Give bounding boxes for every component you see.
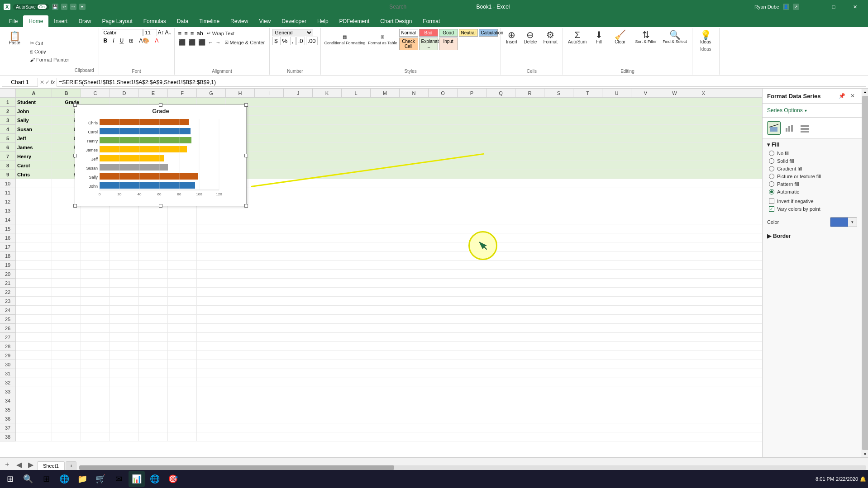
close-button[interactable]: ✕: [846, 0, 864, 14]
increase-font-icon[interactable]: A↑: [158, 29, 164, 36]
cell-e23[interactable]: [139, 297, 168, 305]
cell-b23[interactable]: [52, 297, 81, 305]
cell-d18[interactable]: [110, 251, 139, 260]
cell-d24[interactable]: [110, 306, 139, 314]
row-header-18[interactable]: 18: [0, 251, 16, 261]
col-header-q[interactable]: Q: [486, 89, 515, 97]
cell-c27[interactable]: [81, 333, 110, 341]
cell-b16[interactable]: [52, 233, 81, 242]
col-header-c[interactable]: C: [81, 89, 110, 97]
row-header-10[interactable]: 10: [0, 179, 16, 188]
row-header-11[interactable]: 11: [0, 188, 16, 197]
cell-c15[interactable]: [81, 224, 110, 233]
col-header-g[interactable]: G: [197, 89, 226, 97]
cell-e35[interactable]: [139, 405, 168, 414]
cell-b32[interactable]: [52, 378, 81, 387]
row-header-34[interactable]: 34: [0, 396, 16, 405]
cell-e17[interactable]: [139, 242, 168, 251]
border-button[interactable]: ⊞: [127, 37, 135, 45]
share-icon[interactable]: ↗: [793, 4, 799, 10]
cell-d33[interactable]: [110, 387, 139, 396]
cell-d19[interactable]: [110, 261, 139, 269]
tab-page-layout[interactable]: Page Layout: [96, 15, 138, 27]
cell-c38[interactable]: [81, 432, 110, 441]
row-header-15[interactable]: 15: [0, 224, 16, 233]
cell-e16[interactable]: [139, 233, 168, 242]
cell-f32[interactable]: [168, 378, 197, 387]
font-size-input[interactable]: [143, 29, 157, 36]
cell-e26[interactable]: [139, 324, 168, 332]
scroll-up-button[interactable]: ▲: [862, 89, 868, 95]
panel-close-icon[interactable]: ✕: [848, 91, 857, 100]
cell-a4[interactable]: Susan: [16, 125, 52, 133]
row-header-14[interactable]: 14: [0, 215, 16, 224]
font-name-input[interactable]: [102, 29, 143, 36]
underline-button[interactable]: U: [118, 37, 126, 45]
chart-handle-mr[interactable]: [244, 154, 248, 157]
cell-b36[interactable]: [52, 414, 81, 423]
cell-a14[interactable]: [16, 215, 52, 224]
cell-a3[interactable]: Sally: [16, 116, 52, 124]
paste-button[interactable]: 📋 Paste: [5, 30, 24, 47]
cell-e18[interactable]: [139, 251, 168, 260]
tab-view[interactable]: View: [253, 15, 276, 27]
cell-f17[interactable]: [168, 242, 197, 251]
bold-button[interactable]: B: [102, 37, 110, 45]
col-header-n[interactable]: N: [400, 89, 429, 97]
cell-c23[interactable]: [81, 297, 110, 305]
style-normal[interactable]: Normal: [399, 29, 418, 37]
bar-jeff[interactable]: [100, 155, 164, 161]
cell-b38[interactable]: [52, 432, 81, 441]
row-header-8[interactable]: 8: [0, 161, 16, 170]
bar-susan[interactable]: [100, 164, 168, 171]
col-header-m[interactable]: M: [371, 89, 400, 97]
cell-a5[interactable]: Jeff: [16, 134, 52, 142]
row-header-33[interactable]: 33: [0, 387, 16, 396]
series-options-header[interactable]: Series Options ▾: [763, 104, 862, 118]
cell-e37[interactable]: [139, 423, 168, 432]
vertical-scrollbar[interactable]: ▲ ▼: [862, 89, 868, 457]
bar-chart-icon-btn[interactable]: [782, 121, 796, 135]
picture-texture-radio[interactable]: [769, 174, 774, 179]
cell-d30[interactable]: [110, 360, 139, 369]
increase-indent-icon[interactable]: →: [215, 39, 222, 46]
confirm-formula-icon[interactable]: ✓: [45, 79, 50, 85]
cell-e32[interactable]: [139, 378, 168, 387]
row-header-5[interactable]: 5: [0, 134, 16, 143]
cell-c37[interactable]: [81, 423, 110, 432]
cell-b19[interactable]: [52, 261, 81, 269]
cell-f15[interactable]: [168, 224, 197, 233]
format-table-button[interactable]: ⊞ Format as Table: [367, 33, 398, 46]
ideas-button[interactable]: 💡 Ideas: [697, 29, 714, 46]
no-fill-option[interactable]: No fill: [769, 151, 857, 156]
taskbar-excel[interactable]: 📊: [129, 471, 145, 487]
cell-a1[interactable]: Student: [16, 98, 52, 106]
cell-f31[interactable]: [168, 369, 197, 378]
cell-f22[interactable]: [168, 288, 197, 296]
cell-d36[interactable]: [110, 414, 139, 423]
orientation-icon[interactable]: ab: [196, 29, 204, 38]
chart-handle-tl[interactable]: [73, 103, 77, 107]
row-header-23[interactable]: 23: [0, 297, 16, 306]
sort-filter-button[interactable]: ⇅ Sort & Filter: [632, 29, 659, 45]
chart-handle-bc[interactable]: [159, 204, 162, 208]
merge-center-button[interactable]: ⊡ Merge & Center: [223, 38, 267, 46]
cell-d13[interactable]: [110, 206, 139, 215]
style-bad[interactable]: Bad: [419, 29, 438, 37]
cell-a35[interactable]: [16, 405, 52, 414]
cell-f25[interactable]: [168, 315, 197, 323]
color-picker-button[interactable]: ▾: [830, 217, 857, 227]
col-header-i[interactable]: I: [255, 89, 284, 97]
cell-f19[interactable]: [168, 261, 197, 269]
cell-d38[interactable]: [110, 432, 139, 441]
row-header-2[interactable]: 2: [0, 107, 16, 116]
cell-d32[interactable]: [110, 378, 139, 387]
taskbar-explorer[interactable]: 📁: [74, 471, 91, 487]
h-scroll-thumb[interactable]: [79, 465, 394, 470]
col-header-l[interactable]: L: [342, 89, 371, 97]
cell-c25[interactable]: [81, 315, 110, 323]
horizontal-scrollbar[interactable]: [77, 465, 868, 470]
currency-button[interactable]: $: [272, 37, 279, 45]
cell-b30[interactable]: [52, 360, 81, 369]
cell-a38[interactable]: [16, 432, 52, 441]
